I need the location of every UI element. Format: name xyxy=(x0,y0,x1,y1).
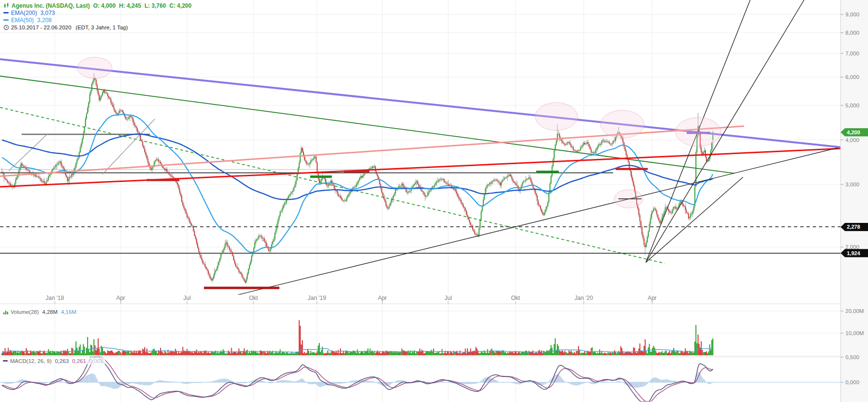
price-tag-label: 1,924 xyxy=(847,250,860,256)
macd-hist-value: 0,002 xyxy=(89,358,103,364)
macd-axis-label: 0,500 xyxy=(845,354,859,360)
gray-diagonal-1[interactable] xyxy=(9,133,48,171)
ema200-line-icon xyxy=(3,12,9,13)
price-axis-label: 5,000 xyxy=(845,103,859,108)
ema50-label: EMA(50) xyxy=(11,17,34,24)
price-axis-label: 9,000 xyxy=(845,12,859,17)
macd-legend-row[interactable]: MACD(12, 26, 9) 0,263 0,261 0,002 xyxy=(2,357,105,364)
ema50-line-icon xyxy=(3,19,9,21)
ohlc-open: O: 4,000 xyxy=(93,2,116,9)
highlight-ellipse[interactable] xyxy=(77,57,112,78)
long-uptrend-line[interactable] xyxy=(209,148,838,302)
ema50-legend-row[interactable]: EMA(50) 3,208 xyxy=(2,16,53,24)
macd-value: 0,263 xyxy=(55,358,69,364)
volume-bars-down[interactable] xyxy=(2,320,708,355)
ema200-label: EMA(200) xyxy=(11,10,37,16)
ema200-value: 3,073 xyxy=(40,10,55,16)
green-dashed-downtrend-line[interactable] xyxy=(0,107,665,263)
candle-wicks xyxy=(2,73,713,284)
trading-chart-window: 9,0008,0007,0006,0005,0004,0003,0002,000… xyxy=(0,0,868,402)
price-tag-label: 2,278 xyxy=(847,224,860,230)
price-axis-label: 3,000 xyxy=(845,182,859,187)
timeframe: (EDT, 3 Jahre, 1 Tag) xyxy=(75,25,127,30)
highlight-ellipse[interactable] xyxy=(614,190,643,208)
x-axis-label: Okt xyxy=(249,295,258,301)
highlight-ellipse[interactable] xyxy=(601,110,644,138)
price-axis-label: 7,000 xyxy=(845,51,859,56)
price-axis-label: 6,000 xyxy=(845,74,859,80)
volume-axis-label: 20,00M xyxy=(845,308,864,314)
candles-up[interactable] xyxy=(1,78,713,283)
volume-current-value: 4,28M xyxy=(42,309,58,315)
x-axis-label: Jan '20 xyxy=(575,295,593,301)
volume-ma-value: 4,16M xyxy=(61,309,76,315)
x-axis-label: Jan '18 xyxy=(46,295,64,301)
x-axis-label: Apr xyxy=(648,295,657,301)
volume-legend: Volume(28) 4,28M 4,16M xyxy=(2,308,78,315)
highlight-ellipse[interactable] xyxy=(535,103,578,130)
overlay-trendlines xyxy=(0,0,846,302)
macd-axis-label: 0,000 xyxy=(845,379,859,385)
candlestick-icon xyxy=(3,2,10,9)
volume-bars-icon xyxy=(3,309,9,315)
date-range: 25.10.2017 - 22.06.2020 xyxy=(11,25,71,30)
volume-pane[interactable] xyxy=(1,320,713,355)
candles-down[interactable] xyxy=(2,78,708,283)
symbol-title: Agenus Inc. (NASDAQ, Last) xyxy=(12,2,90,9)
price-axis-panel[interactable] xyxy=(841,0,868,402)
ema200-legend-row[interactable]: EMA(200) 3,073 xyxy=(2,9,57,16)
x-axis-label: Apr xyxy=(378,295,387,301)
volume-axis-label: 10,00M xyxy=(845,330,864,336)
symbol-row[interactable]: Agenus Inc. (NASDAQ, Last) O: 4,000 H: 4… xyxy=(2,2,197,9)
x-axis-label: Jul xyxy=(183,295,190,301)
macd-legend: MACD(12, 26, 9) 0,263 0,261 0,002 xyxy=(2,357,105,364)
main-chart-legend: Agenus Inc. (NASDAQ, Last) O: 4,000 H: 4… xyxy=(2,2,197,31)
price-axis-label: 8,000 xyxy=(845,30,859,36)
x-axis-label: Okt xyxy=(511,295,520,301)
volume-legend-row[interactable]: Volume(28) 4,28M 4,16M xyxy=(2,308,78,315)
date-range-row[interactable]: 25.10.2017 - 22.06.2020 (EDT, 3 Jahre, 1… xyxy=(2,24,130,31)
price-axis-label: 4,000 xyxy=(845,137,859,143)
macd-signal-value: 0,261 xyxy=(72,358,86,364)
macd-label: MACD(12, 26, 9) xyxy=(10,358,51,364)
x-axis-label: Jul xyxy=(444,295,452,301)
x-axis-label: Apr xyxy=(116,295,126,301)
ohlc-low: L: 3,760 xyxy=(144,2,166,9)
clock-icon xyxy=(3,25,9,30)
macd-histogram xyxy=(1,372,713,389)
ema50-value: 3,208 xyxy=(37,17,51,24)
x-axis-label: Jan '19 xyxy=(308,295,327,301)
macd-line-icon xyxy=(3,360,8,362)
price-tag-label: 4,200 xyxy=(847,130,860,135)
ohlc-close: C: 4,200 xyxy=(169,2,191,9)
chart-canvas[interactable]: 9,0008,0007,0006,0005,0004,0003,0002,000… xyxy=(0,0,868,402)
ohlc-high: H: 4,245 xyxy=(119,2,141,9)
volume-bars-up[interactable] xyxy=(1,325,713,355)
highlight-ellipse[interactable] xyxy=(676,117,721,146)
volume-label: Volume(28) xyxy=(11,309,39,315)
macd-pane[interactable] xyxy=(0,357,841,402)
ema200-line[interactable] xyxy=(2,134,713,200)
price-pane[interactable] xyxy=(1,73,713,284)
